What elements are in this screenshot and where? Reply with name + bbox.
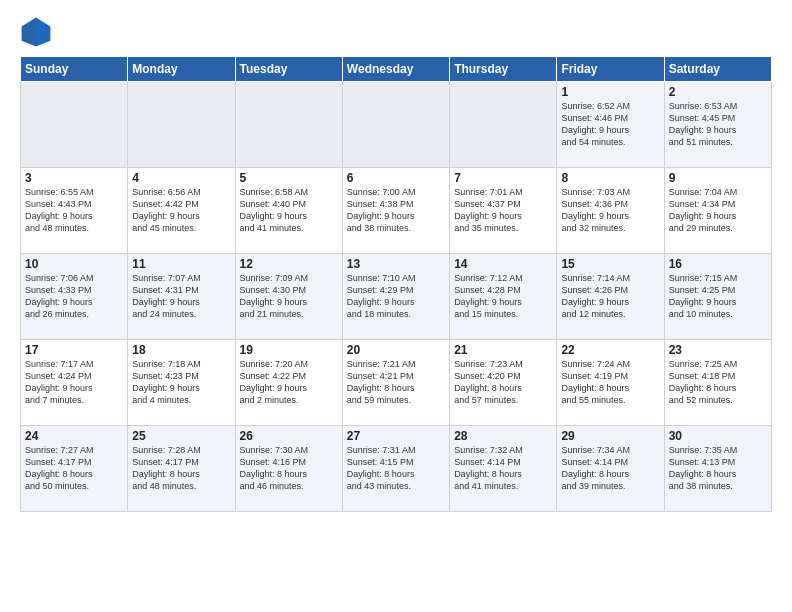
day-number: 26 <box>240 429 338 443</box>
day-number: 19 <box>240 343 338 357</box>
day-info: Sunrise: 7:06 AM Sunset: 4:33 PM Dayligh… <box>25 272 123 321</box>
calendar-cell: 3Sunrise: 6:55 AM Sunset: 4:43 PM Daylig… <box>21 168 128 254</box>
day-info: Sunrise: 7:32 AM Sunset: 4:14 PM Dayligh… <box>454 444 552 493</box>
calendar-cell: 17Sunrise: 7:17 AM Sunset: 4:24 PM Dayli… <box>21 340 128 426</box>
calendar-cell: 24Sunrise: 7:27 AM Sunset: 4:17 PM Dayli… <box>21 426 128 512</box>
calendar-cell <box>450 82 557 168</box>
calendar-cell: 12Sunrise: 7:09 AM Sunset: 4:30 PM Dayli… <box>235 254 342 340</box>
day-info: Sunrise: 6:52 AM Sunset: 4:46 PM Dayligh… <box>561 100 659 149</box>
day-info: Sunrise: 7:18 AM Sunset: 4:23 PM Dayligh… <box>132 358 230 407</box>
calendar-cell: 29Sunrise: 7:34 AM Sunset: 4:14 PM Dayli… <box>557 426 664 512</box>
day-number: 14 <box>454 257 552 271</box>
day-info: Sunrise: 7:03 AM Sunset: 4:36 PM Dayligh… <box>561 186 659 235</box>
day-number: 2 <box>669 85 767 99</box>
day-info: Sunrise: 7:15 AM Sunset: 4:25 PM Dayligh… <box>669 272 767 321</box>
day-number: 17 <box>25 343 123 357</box>
logo-icon <box>20 16 52 48</box>
day-info: Sunrise: 7:09 AM Sunset: 4:30 PM Dayligh… <box>240 272 338 321</box>
day-number: 4 <box>132 171 230 185</box>
day-number: 1 <box>561 85 659 99</box>
day-info: Sunrise: 7:14 AM Sunset: 4:26 PM Dayligh… <box>561 272 659 321</box>
day-info: Sunrise: 7:35 AM Sunset: 4:13 PM Dayligh… <box>669 444 767 493</box>
day-number: 11 <box>132 257 230 271</box>
day-info: Sunrise: 7:17 AM Sunset: 4:24 PM Dayligh… <box>25 358 123 407</box>
calendar-cell: 7Sunrise: 7:01 AM Sunset: 4:37 PM Daylig… <box>450 168 557 254</box>
day-info: Sunrise: 7:27 AM Sunset: 4:17 PM Dayligh… <box>25 444 123 493</box>
day-info: Sunrise: 7:28 AM Sunset: 4:17 PM Dayligh… <box>132 444 230 493</box>
page: SundayMondayTuesdayWednesdayThursdayFrid… <box>0 0 792 612</box>
weekday-header: Thursday <box>450 57 557 82</box>
calendar-cell: 18Sunrise: 7:18 AM Sunset: 4:23 PM Dayli… <box>128 340 235 426</box>
calendar-cell: 26Sunrise: 7:30 AM Sunset: 4:16 PM Dayli… <box>235 426 342 512</box>
day-number: 8 <box>561 171 659 185</box>
weekday-header: Saturday <box>664 57 771 82</box>
calendar-cell: 19Sunrise: 7:20 AM Sunset: 4:22 PM Dayli… <box>235 340 342 426</box>
day-number: 29 <box>561 429 659 443</box>
calendar-cell: 2Sunrise: 6:53 AM Sunset: 4:45 PM Daylig… <box>664 82 771 168</box>
day-number: 22 <box>561 343 659 357</box>
day-info: Sunrise: 7:21 AM Sunset: 4:21 PM Dayligh… <box>347 358 445 407</box>
day-number: 7 <box>454 171 552 185</box>
weekday-header-row: SundayMondayTuesdayWednesdayThursdayFrid… <box>21 57 772 82</box>
calendar-cell: 30Sunrise: 7:35 AM Sunset: 4:13 PM Dayli… <box>664 426 771 512</box>
calendar: SundayMondayTuesdayWednesdayThursdayFrid… <box>20 56 772 512</box>
day-number: 23 <box>669 343 767 357</box>
day-info: Sunrise: 7:25 AM Sunset: 4:18 PM Dayligh… <box>669 358 767 407</box>
day-number: 30 <box>669 429 767 443</box>
weekday-header: Friday <box>557 57 664 82</box>
day-info: Sunrise: 6:55 AM Sunset: 4:43 PM Dayligh… <box>25 186 123 235</box>
calendar-cell: 22Sunrise: 7:24 AM Sunset: 4:19 PM Dayli… <box>557 340 664 426</box>
day-number: 25 <box>132 429 230 443</box>
weekday-header: Wednesday <box>342 57 449 82</box>
day-number: 18 <box>132 343 230 357</box>
day-number: 3 <box>25 171 123 185</box>
calendar-cell: 20Sunrise: 7:21 AM Sunset: 4:21 PM Dayli… <box>342 340 449 426</box>
day-number: 9 <box>669 171 767 185</box>
day-info: Sunrise: 7:12 AM Sunset: 4:28 PM Dayligh… <box>454 272 552 321</box>
day-number: 28 <box>454 429 552 443</box>
calendar-cell: 5Sunrise: 6:58 AM Sunset: 4:40 PM Daylig… <box>235 168 342 254</box>
day-info: Sunrise: 7:31 AM Sunset: 4:15 PM Dayligh… <box>347 444 445 493</box>
logo <box>20 16 56 48</box>
calendar-cell <box>235 82 342 168</box>
day-number: 15 <box>561 257 659 271</box>
day-info: Sunrise: 7:23 AM Sunset: 4:20 PM Dayligh… <box>454 358 552 407</box>
day-number: 21 <box>454 343 552 357</box>
day-info: Sunrise: 6:53 AM Sunset: 4:45 PM Dayligh… <box>669 100 767 149</box>
calendar-cell: 13Sunrise: 7:10 AM Sunset: 4:29 PM Dayli… <box>342 254 449 340</box>
day-info: Sunrise: 6:56 AM Sunset: 4:42 PM Dayligh… <box>132 186 230 235</box>
day-number: 13 <box>347 257 445 271</box>
svg-marker-2 <box>22 18 36 47</box>
calendar-week-row: 1Sunrise: 6:52 AM Sunset: 4:46 PM Daylig… <box>21 82 772 168</box>
day-info: Sunrise: 7:30 AM Sunset: 4:16 PM Dayligh… <box>240 444 338 493</box>
day-number: 6 <box>347 171 445 185</box>
weekday-header: Sunday <box>21 57 128 82</box>
calendar-cell: 21Sunrise: 7:23 AM Sunset: 4:20 PM Dayli… <box>450 340 557 426</box>
day-number: 16 <box>669 257 767 271</box>
day-number: 27 <box>347 429 445 443</box>
calendar-cell: 4Sunrise: 6:56 AM Sunset: 4:42 PM Daylig… <box>128 168 235 254</box>
calendar-cell <box>128 82 235 168</box>
day-info: Sunrise: 7:24 AM Sunset: 4:19 PM Dayligh… <box>561 358 659 407</box>
calendar-cell: 14Sunrise: 7:12 AM Sunset: 4:28 PM Dayli… <box>450 254 557 340</box>
calendar-cell: 9Sunrise: 7:04 AM Sunset: 4:34 PM Daylig… <box>664 168 771 254</box>
weekday-header: Monday <box>128 57 235 82</box>
calendar-cell: 1Sunrise: 6:52 AM Sunset: 4:46 PM Daylig… <box>557 82 664 168</box>
day-number: 12 <box>240 257 338 271</box>
calendar-cell: 25Sunrise: 7:28 AM Sunset: 4:17 PM Dayli… <box>128 426 235 512</box>
day-info: Sunrise: 7:04 AM Sunset: 4:34 PM Dayligh… <box>669 186 767 235</box>
weekday-header: Tuesday <box>235 57 342 82</box>
day-number: 24 <box>25 429 123 443</box>
calendar-cell: 28Sunrise: 7:32 AM Sunset: 4:14 PM Dayli… <box>450 426 557 512</box>
day-number: 10 <box>25 257 123 271</box>
calendar-cell <box>21 82 128 168</box>
calendar-cell: 10Sunrise: 7:06 AM Sunset: 4:33 PM Dayli… <box>21 254 128 340</box>
svg-marker-1 <box>36 18 50 47</box>
calendar-week-row: 3Sunrise: 6:55 AM Sunset: 4:43 PM Daylig… <box>21 168 772 254</box>
calendar-week-row: 24Sunrise: 7:27 AM Sunset: 4:17 PM Dayli… <box>21 426 772 512</box>
day-info: Sunrise: 7:07 AM Sunset: 4:31 PM Dayligh… <box>132 272 230 321</box>
calendar-cell: 8Sunrise: 7:03 AM Sunset: 4:36 PM Daylig… <box>557 168 664 254</box>
header <box>20 16 772 48</box>
calendar-cell: 6Sunrise: 7:00 AM Sunset: 4:38 PM Daylig… <box>342 168 449 254</box>
day-info: Sunrise: 6:58 AM Sunset: 4:40 PM Dayligh… <box>240 186 338 235</box>
